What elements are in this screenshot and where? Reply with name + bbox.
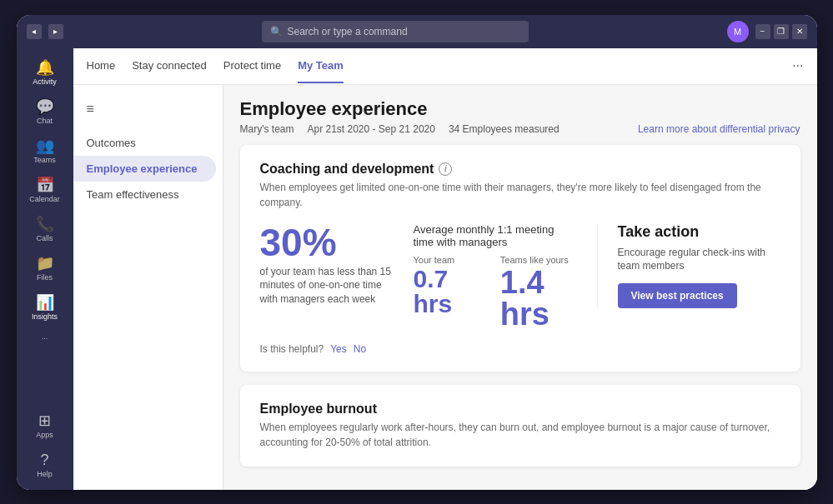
- close-button[interactable]: ✕: [792, 24, 807, 39]
- coaching-card-title: Coaching and development i: [260, 162, 780, 177]
- leftnav-item-outcomes[interactable]: Outcomes: [73, 130, 216, 156]
- metric-pair: Your team 0.7 hrs Teams like yours 1.4 h…: [414, 255, 577, 330]
- helpful-yes[interactable]: Yes: [330, 343, 347, 355]
- team-name: Mary's team: [240, 123, 294, 135]
- hamburger-menu[interactable]: ≡: [73, 95, 223, 123]
- page-meta: Mary's team Apr 21st 2020 - Sep 21 2020 …: [240, 123, 800, 135]
- nav-back-button[interactable]: ◂: [27, 24, 42, 39]
- sidebar-item-label: Chat: [37, 117, 53, 125]
- sidebar-item-activity[interactable]: 🔔 Activity: [23, 55, 67, 91]
- minimize-button[interactable]: −: [755, 24, 770, 39]
- nav-forward-button[interactable]: ▸: [48, 24, 63, 39]
- window-controls: − ❐ ✕: [755, 24, 807, 39]
- nav-more-button[interactable]: ···: [792, 58, 803, 73]
- burnout-card-title: Employee burnout: [260, 402, 780, 417]
- sidebar-item-label: Files: [37, 273, 53, 282]
- more-icon: ···: [42, 334, 48, 342]
- user-avatar[interactable]: M: [727, 21, 749, 42]
- metric-your-team: Your team 0.7 hrs: [414, 255, 474, 330]
- take-action-section: Take action Encourage regular check-ins …: [597, 223, 780, 309]
- apps-icon: ⊞: [38, 413, 51, 428]
- teams-like-yours-label: Teams like yours: [500, 255, 577, 265]
- take-action-desc: Encourage regular check-ins with team me…: [618, 246, 780, 274]
- title-bar: ◂ ▸ 🔍 Search or type a command M − ❐ ✕: [17, 15, 817, 48]
- insights-icon: 📊: [36, 295, 54, 310]
- metric-group: Average monthly 1:1 meeting time with ma…: [414, 223, 577, 330]
- sidebar-item-files[interactable]: 📁 Files: [23, 251, 67, 287]
- teams-icon: 👥: [36, 138, 54, 153]
- sidebar-item-label: Teams: [33, 156, 56, 164]
- calls-icon: 📞: [36, 217, 54, 232]
- title-bar-right: M − ❐ ✕: [727, 21, 807, 42]
- teams-like-yours-value: 1.4 hrs: [500, 267, 577, 330]
- sidebar-item-calendar[interactable]: 📅 Calendar: [23, 172, 67, 208]
- title-bar-navigation: ◂ ▸: [27, 24, 63, 39]
- sidebar-item-help[interactable]: ? Help: [23, 447, 67, 483]
- calendar-icon: 📅: [36, 177, 54, 192]
- content-area: Home Stay connected Protect time My Team…: [73, 48, 817, 490]
- chat-icon: 💬: [36, 99, 54, 114]
- info-icon[interactable]: i: [439, 162, 452, 176]
- help-icon: ?: [40, 452, 48, 467]
- view-best-practices-button[interactable]: View best practices: [618, 283, 737, 308]
- tab-protect-time[interactable]: Protect time: [223, 49, 281, 83]
- sidebar-item-label: Insights: [32, 312, 58, 321]
- sidebar-item-more[interactable]: ···: [23, 329, 67, 347]
- page-body: ≡ Outcomes Employee experience Team effe…: [73, 85, 817, 490]
- big-metric-number: 30%: [260, 223, 394, 262]
- left-nav: ≡ Outcomes Employee experience Team effe…: [73, 85, 223, 490]
- helpful-label: Is this helpful?: [260, 343, 324, 355]
- top-nav: Home Stay connected Protect time My Team…: [73, 48, 817, 85]
- helpful-row: Is this helpful? Yes No: [260, 343, 780, 355]
- tab-home[interactable]: Home: [87, 49, 116, 83]
- tab-my-team[interactable]: My Team: [298, 49, 344, 83]
- your-team-value: 0.7 hrs: [414, 267, 474, 317]
- leftnav-item-team-effectiveness[interactable]: Team effectiveness: [73, 182, 216, 207]
- search-icon: 🔍: [270, 26, 283, 37]
- page-title: Employee experience: [240, 98, 800, 120]
- files-icon: 📁: [36, 256, 54, 271]
- burnout-card: Employee burnout When employees regularl…: [240, 385, 800, 467]
- sidebar-item-label: Help: [37, 470, 53, 478]
- sidebar-item-apps[interactable]: ⊞ Apps: [23, 408, 67, 444]
- search-placeholder: Search or type a command: [288, 26, 408, 37]
- restore-button[interactable]: ❐: [774, 24, 789, 39]
- coaching-card: Coaching and development i When employee…: [240, 145, 800, 372]
- learn-more-link[interactable]: Learn more about differential privacy: [638, 123, 800, 135]
- burnout-card-desc: When employees regularly work after-hour…: [260, 420, 780, 450]
- main-content: Employee experience Mary's team Apr 21st…: [223, 85, 817, 490]
- card-metrics: 30% of your team has less than 15 minute…: [260, 223, 780, 330]
- helpful-no[interactable]: No: [354, 343, 366, 355]
- activity-icon: 🔔: [36, 60, 54, 75]
- sidebar-item-label: Apps: [36, 431, 53, 439]
- sidebar-item-label: Calendar: [29, 195, 60, 203]
- sidebar: 🔔 Activity 💬 Chat 👥 Teams 📅 Calendar 📞 C…: [17, 48, 73, 490]
- coaching-card-desc: When employees get limited one-on-one ti…: [260, 180, 780, 210]
- employees-measured: 34 Employees measured: [449, 123, 560, 135]
- search-bar[interactable]: 🔍 Search or type a command: [262, 21, 529, 42]
- leftnav-item-employee-experience[interactable]: Employee experience: [73, 156, 216, 182]
- your-team-label: Your team: [414, 255, 474, 265]
- metric-group-title: Average monthly 1:1 meeting time with ma…: [414, 223, 577, 248]
- take-action-title: Take action: [618, 223, 780, 241]
- sidebar-item-calls[interactable]: 📞 Calls: [23, 212, 67, 247]
- app-body: 🔔 Activity 💬 Chat 👥 Teams 📅 Calendar 📞 C…: [17, 48, 817, 490]
- page-header: Employee experience Mary's team Apr 21st…: [240, 98, 800, 135]
- sidebar-item-label: Calls: [36, 234, 53, 242]
- big-metric: 30% of your team has less than 15 minute…: [260, 223, 394, 307]
- big-metric-label: of your team has less than 15 minutes of…: [260, 265, 394, 307]
- sidebar-item-chat[interactable]: 💬 Chat: [23, 94, 67, 130]
- metric-teams-like-yours: Teams like yours 1.4 hrs: [500, 255, 577, 330]
- tab-stay-connected[interactable]: Stay connected: [132, 49, 207, 83]
- sidebar-item-teams[interactable]: 👥 Teams: [23, 133, 67, 169]
- date-range: Apr 21st 2020 - Sep 21 2020: [307, 123, 434, 135]
- sidebar-item-label: Activity: [33, 77, 57, 86]
- sidebar-item-insights[interactable]: 📊 Insights: [23, 290, 67, 326]
